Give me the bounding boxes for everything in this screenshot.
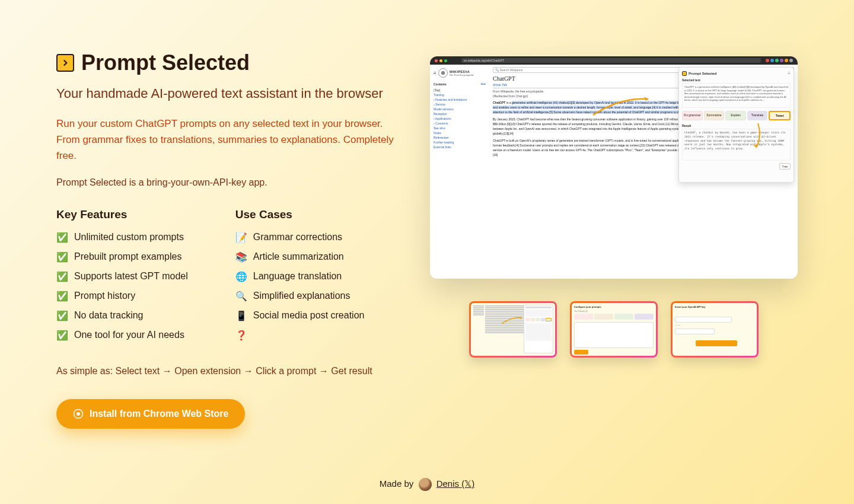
description: Run your custom ChatGPT prompts on any s… xyxy=(56,116,406,164)
feature-item: ✅Prebuilt prompt examples xyxy=(56,251,188,263)
ext-result-text: ChatGPT, a chatbot by OpenAI, has been a… xyxy=(682,129,791,161)
ext-logo-icon xyxy=(682,71,687,76)
thumb-2-title: Configure your prompts xyxy=(574,305,654,308)
feature-item: ✅No data tracking xyxy=(56,310,188,321)
subtitle: Your handmade AI-powered text assistant … xyxy=(56,86,406,101)
usecases-heading: Use Cases xyxy=(235,208,365,221)
toc-item: Model versions xyxy=(434,107,486,111)
prompt-chip: Translate xyxy=(747,111,768,120)
thumbnail-1[interactable] xyxy=(469,301,557,358)
toc-item: Reception xyxy=(434,111,486,116)
usecases-column: Use Cases 📝Grammar corrections📚Article s… xyxy=(235,208,365,349)
hide-link: hide xyxy=(481,82,486,86)
prompt-chip: Explain xyxy=(725,111,746,120)
toc-item: (Top) xyxy=(434,88,486,92)
toc-item: › Service xyxy=(434,102,486,107)
prompt-chip: Tweet xyxy=(769,111,791,120)
thumbnail-3[interactable]: Insert your OpenAI API key • • • • • xyxy=(671,301,759,358)
author-avatar xyxy=(419,478,432,491)
menu-icon: ≡ xyxy=(434,71,436,76)
toc-item: › Concerns xyxy=(434,121,486,126)
logo-row: Prompt Selected xyxy=(56,50,406,75)
thumb-3-title: Insert your OpenAI API key xyxy=(675,305,754,308)
api-key-note: Prompt Selected is a bring-your-own-API-… xyxy=(56,177,406,188)
ext-chips: Fix grammarSummarizeExplainTranslateTwee… xyxy=(682,111,791,120)
wiki-sidebar: ≡ WIKIPEDIA The Free Encyclopedia Conten… xyxy=(430,65,489,279)
thumbnail-2[interactable]: Configure your prompts Your Prompts (4) xyxy=(570,301,658,358)
ext-selected-text: ChatGPT is a generative artificial intel… xyxy=(682,83,791,108)
toc-item: References xyxy=(434,135,486,140)
feature-item: ✅Unlimited custom prompts xyxy=(56,232,188,243)
usecase-item: 🔍Simplified explanations xyxy=(235,291,365,302)
ext-title: Prompt Selected xyxy=(689,72,716,75)
install-button-label: Install from Chrome Web Store xyxy=(90,409,228,419)
extension-panel: Prompt Selected ≡ Selected text ChatGPT … xyxy=(678,67,794,183)
feature-item: ✅One tool for your AI needs xyxy=(56,330,188,341)
chrome-icon xyxy=(73,409,84,419)
toc-item: › Features and limitations xyxy=(434,97,486,102)
features-heading: Key Features xyxy=(56,208,188,221)
wikipedia-logo-icon xyxy=(438,68,448,78)
app-logo-icon xyxy=(56,54,74,72)
svg-point-1 xyxy=(77,412,80,416)
toc-item: Notes xyxy=(434,130,486,135)
contents-label: Contents xyxy=(434,82,447,86)
author-link[interactable]: Denis (𝕏) xyxy=(436,479,475,489)
browser-chrome: en.wikipedia.org/wiki/ChatGPT xyxy=(430,56,798,65)
feature-item: ✅Prompt history xyxy=(56,291,188,302)
features-column: Key Features ✅Unlimited custom prompts✅P… xyxy=(56,208,188,349)
url-bar: en.wikipedia.org/wiki/ChatGPT xyxy=(461,58,761,63)
thumbnails-row: Configure your prompts Your Prompts (4) … xyxy=(430,301,798,358)
usecase-item: 📱Social media post creation xyxy=(235,310,365,321)
prompt-chip: Fix grammar xyxy=(682,111,703,120)
footer: Made by Denis (𝕏) xyxy=(0,478,854,491)
usecase-item: 🌐Language translation xyxy=(235,271,365,282)
usecase-item: ❓ xyxy=(235,330,365,341)
usecase-item: 📚Article summarization xyxy=(235,251,365,263)
toc-item: › Applications xyxy=(434,116,486,121)
toc-item: Training xyxy=(434,92,486,97)
ext-selected-label: Selected text xyxy=(682,78,791,82)
toc-item: External links xyxy=(434,145,486,149)
hero-screenshot: en.wikipedia.org/wiki/ChatGPT ≡ xyxy=(430,56,798,279)
toc-item: See also xyxy=(434,126,486,130)
prompt-chip: Summarize xyxy=(704,111,725,120)
ext-menu-icon: ≡ xyxy=(788,71,791,76)
tagline: As simple as: Select text → Open extensi… xyxy=(56,366,406,377)
feature-item: ✅Supports latest GPT model xyxy=(56,271,188,282)
app-title: Prompt Selected xyxy=(81,50,250,75)
toc-item: Further reading xyxy=(434,140,486,145)
install-button[interactable]: Install from Chrome Web Store xyxy=(56,399,245,429)
ext-copy-button: Copy xyxy=(779,163,791,170)
footer-made-by: Made by xyxy=(380,479,414,489)
usecase-item: 📝Grammar corrections xyxy=(235,232,365,243)
ext-result-label: Result xyxy=(682,124,791,127)
wiki-sub: The Free Encyclopedia xyxy=(450,74,474,76)
